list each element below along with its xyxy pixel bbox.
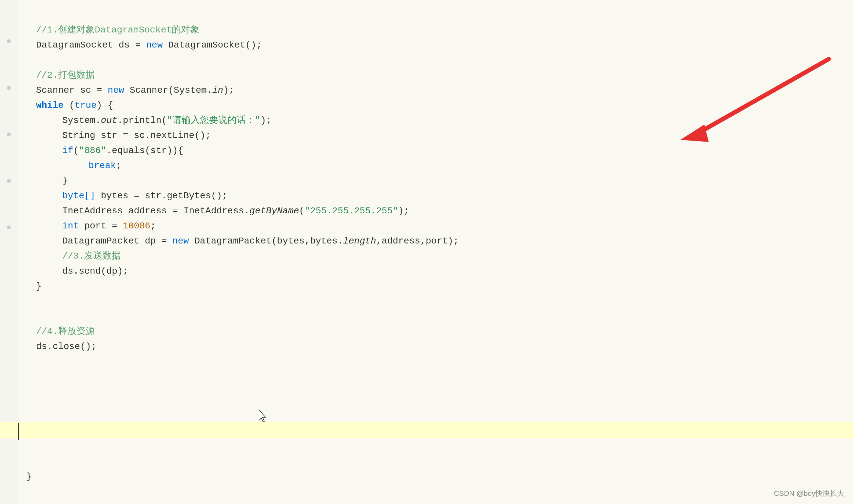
byte-keyword: byte[]	[62, 189, 95, 203]
line6-text: String str = sc.nextLine();	[62, 128, 211, 143]
empty-line-1	[36, 53, 834, 68]
line3-text: Scanner sc = new Scanner(System.in);	[36, 83, 234, 98]
line14-text: ds.send(dp);	[62, 264, 128, 279]
code-line-comment4: //4.释放资源	[36, 324, 834, 340]
code-line-4: while (true) {	[36, 98, 834, 113]
code-line-16: ds.close();	[36, 340, 834, 355]
code-line-13: DatagramPacket dp = new DatagramPacket(b…	[36, 234, 834, 249]
text-cursor	[18, 423, 19, 440]
gutter-dot-5	[7, 226, 11, 229]
code-line-7: if("886".equals(str)){	[36, 144, 834, 159]
line10-rest: bytes = str.getBytes();	[95, 189, 228, 203]
code-line-comment3: //3.发送数据	[36, 249, 834, 264]
code-line-3: Scanner sc = new Scanner(System.in);	[36, 83, 834, 98]
empty-line-2	[36, 294, 834, 309]
code-line-10: byte[] bytes = str.getBytes();	[36, 189, 834, 204]
code-line-6: String str = sc.nextLine();	[36, 128, 834, 144]
code-line-11: InetAddress address = InetAddress.getByN…	[36, 204, 834, 219]
code-line-9: }	[36, 174, 834, 189]
comment4-text: //4.释放资源	[36, 324, 95, 339]
empty-line-3	[36, 309, 834, 324]
break-semi: ;	[116, 159, 122, 173]
code-area: //1.创建对象DatagramSocket的对象 DatagramSocket…	[36, 13, 834, 355]
line1-text: DatagramSocket ds = new DatagramSocket()…	[36, 38, 262, 53]
gutter-dot-3	[7, 132, 11, 136]
gutter-dot-2	[7, 86, 11, 90]
mouse-cursor-icon	[259, 410, 268, 422]
if-keyword: if	[62, 144, 73, 158]
line5-text: System.out.println("请输入您要说的话：");	[62, 113, 272, 128]
line12-rest: port = 10086;	[79, 219, 156, 234]
code-line-8: break;	[36, 159, 834, 174]
close-brace-1: }	[62, 174, 68, 188]
int-keyword: int	[62, 219, 79, 234]
line11-text: InetAddress address = InetAddress.getByN…	[62, 204, 409, 219]
break-keyword: break	[89, 159, 116, 173]
editor-container: //1.创建对象DatagramSocket的对象 DatagramSocket…	[0, 0, 854, 504]
comment1-text: //1.创建对象DatagramSocket的对象	[36, 23, 199, 38]
svg-marker-2	[259, 410, 266, 422]
watermark-text: CSDN @boy快快长大	[774, 489, 844, 498]
line7-rest: ("886".equals(str)){	[73, 144, 183, 158]
line13-text: DatagramPacket dp = new DatagramPacket(b…	[62, 234, 459, 249]
gutter-dot-1	[7, 39, 11, 43]
highlight-line	[0, 422, 854, 438]
code-line-12: int port = 10086;	[36, 219, 834, 234]
code-line-14: ds.send(dp);	[36, 264, 834, 279]
comment3-text: //3.发送数据	[62, 249, 121, 264]
final-close-brace: }	[26, 470, 32, 484]
close-brace-2: }	[36, 279, 42, 294]
code-line-comment2: //2.打包数据	[36, 68, 834, 83]
comment2-text: //2.打包数据	[36, 68, 95, 83]
code-line-comment1: //1.创建对象DatagramSocket的对象	[36, 23, 834, 38]
watermark: CSDN @boy快快长大	[764, 483, 854, 504]
gutter-dot-4	[7, 179, 11, 183]
line4-rest: (true) {	[63, 98, 113, 113]
while-keyword: while	[36, 98, 63, 113]
line16-text: ds.close();	[36, 340, 97, 354]
code-line-1: DatagramSocket ds = new DatagramSocket()…	[36, 38, 834, 53]
code-line-5: System.out.println("请输入您要说的话：");	[36, 113, 834, 128]
code-line-15: }	[36, 279, 834, 294]
